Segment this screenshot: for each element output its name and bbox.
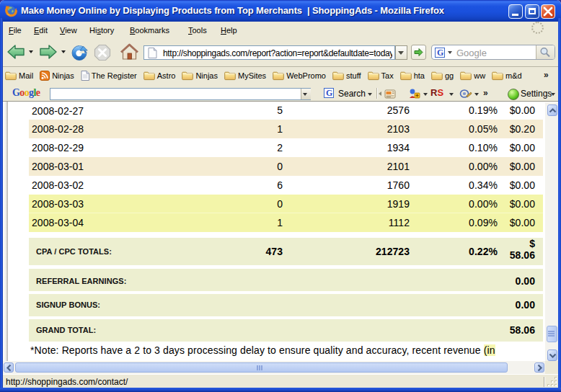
svg-text:G: G (326, 88, 332, 98)
svg-text:G: G (437, 48, 443, 58)
